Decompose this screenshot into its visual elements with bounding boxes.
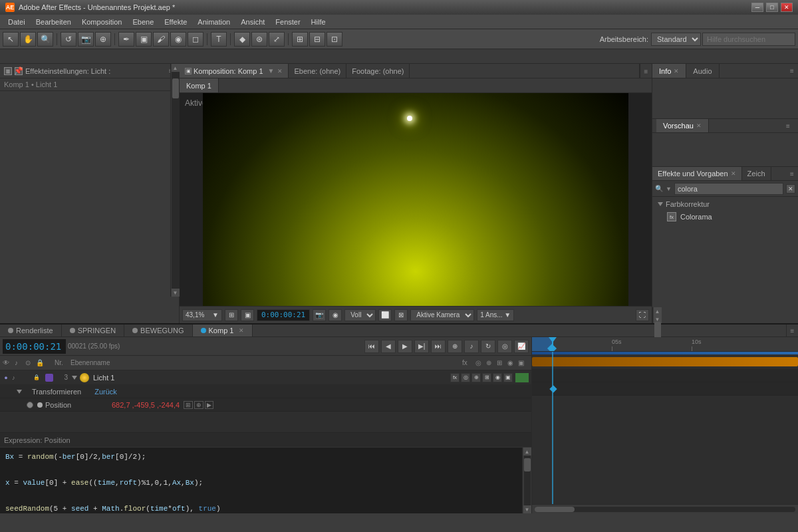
transform-return-btn[interactable]: Zurück [94,388,117,396]
next-frame-button[interactable]: ▶| [414,340,429,353]
shape-tool-button[interactable]: ◆ [234,32,250,47]
effects-scrollbar[interactable]: ▲ ▼ [652,307,662,323]
tab-renderliste[interactable]: Renderliste [0,325,62,336]
effects-scroll-up[interactable]: ▲ [654,307,662,315]
effects-search-input[interactable] [674,183,783,195]
menu-ansicht[interactable]: Ansicht [235,17,270,27]
ep-options-icon[interactable]: ≡ [786,167,798,180]
position-btn2[interactable]: ⊕ [194,401,203,409]
menu-bearbeiten[interactable]: Bearbeiten [31,17,76,27]
close-button[interactable]: ✕ [781,3,793,12]
layer-blend-btn[interactable]: ⊞ [482,373,491,382]
tab-audio[interactable]: Audio [686,64,719,78]
scroll-down-arrow[interactable] [172,289,180,297]
komp1-sub-tab[interactable]: Komp 1 [180,78,219,92]
go-start-button[interactable]: ⏮ [364,340,379,353]
select-tool-button[interactable]: ↖ [3,32,19,47]
comp-close-icon[interactable]: ▼ [268,67,275,74]
effects-search-clear[interactable]: ✕ [786,184,795,194]
tl-options-icon[interactable]: ≡ [786,325,798,336]
scroll-thumb[interactable] [172,78,179,98]
pen-tool-button[interactable]: ✒ [118,32,134,47]
viewer-tab-komposition[interactable]: ▣ Komposition: Komp 1 ▼ ✕ [180,64,289,78]
snap-btn[interactable]: ⊞ [292,32,308,47]
eraser-tool-button[interactable]: ◻ [188,32,203,47]
scroll-up-arrow[interactable] [172,64,180,72]
mask-tool-button[interactable]: ▣ [136,32,152,47]
menu-effekte[interactable]: Effekte [159,17,192,27]
title-bar-controls[interactable]: ─ □ ✕ [751,3,793,12]
comp-x-icon[interactable]: ✕ [277,68,283,74]
left-panel-scrollbar[interactable] [170,64,180,297]
viewer-tab-footage[interactable]: Footage: (ohne) [346,64,410,78]
preview-tab-x[interactable]: ✕ [696,122,702,129]
expression-editor[interactable]: Bx = random(-ber[0]/2,ber[0]/2); x = val… [0,448,522,513]
transform-expand-icon[interactable] [13,390,25,394]
text-tool-button[interactable]: T [211,32,227,47]
rotate-tool-button[interactable]: ↺ [61,32,76,47]
menu-fenster[interactable]: Fenster [270,17,305,27]
fit-to-frame-button[interactable]: ⊞ [225,309,238,321]
prev-frame-button[interactable]: ◀ [381,340,396,353]
layer-adjust-btn[interactable]: ⊕ [471,373,481,382]
camera-select[interactable]: Aktive Kamera [410,309,474,321]
camera-tool-button[interactable]: 📷 [78,32,94,47]
tab-zeichnen[interactable]: Zeich [742,167,771,180]
menu-hilfe[interactable]: Hilfe [306,17,331,27]
layer-eye-licht1[interactable]: ● [0,374,12,381]
stamp-tool-button[interactable]: ◉ [170,32,186,47]
colorama-effect-item[interactable]: fx Colorama [654,210,797,223]
views-select[interactable]: 1 Ans... ▼ [477,309,514,321]
help-search-input[interactable] [702,33,795,46]
tab-effekte-vorgaben[interactable]: Effekte und Vorgaben ✕ [652,167,742,180]
orbit-tool-button[interactable]: ⊕ [95,32,111,47]
menu-animation[interactable]: Animation [192,17,235,27]
info-tab-x[interactable]: ✕ [674,68,679,74]
layer-expand-icon-licht1[interactable] [70,374,78,382]
panel-pin-icon[interactable]: 📌 [15,67,23,75]
expr-scroll-thumb[interactable] [524,458,531,471]
toggle-b-button[interactable]: ⊠ [394,309,408,321]
motion-blur-button[interactable]: ◎ [497,340,512,353]
effekte-tab-x[interactable]: ✕ [731,170,736,177]
panel-menu-icon[interactable]: ≡ [4,67,12,75]
komp1-close-icon[interactable]: ✕ [239,327,244,334]
hand-tool-button[interactable]: ✋ [20,32,36,47]
position-stopwatch-icon[interactable] [27,402,33,408]
layer-qual-btn[interactable]: ◉ [493,373,502,382]
grid-btn[interactable]: ⊡ [327,32,342,47]
layer-lock-licht1[interactable]: 🔒 [33,374,44,380]
search-expand-icon[interactable]: ▼ [666,186,672,192]
maximize-button[interactable]: □ [766,3,778,12]
ram-preview-button[interactable]: ⊕ [448,340,462,353]
tl-scrollbar-thumb[interactable] [535,507,575,512]
safe-zones-button[interactable]: ▣ [241,309,254,321]
minimize-button[interactable]: ─ [751,3,763,12]
layer-blur-btn[interactable]: ◎ [461,373,470,382]
viewer-tab-ebene[interactable]: Ebene: (ohne) [289,64,346,78]
snapshot-button[interactable]: 📷 [313,309,326,321]
tab-springen[interactable]: SPRINGEN [62,325,124,336]
rp-options-icon[interactable]: ≡ [786,64,798,78]
layer-collapse-btn[interactable]: ▣ [503,373,513,382]
tab-bewegung[interactable]: BEWEGUNG [124,325,192,336]
guides-btn[interactable]: ⊟ [309,32,325,47]
viewer-options-icon[interactable]: ≡ [640,64,652,78]
menu-komposition[interactable]: Komposition [76,17,128,27]
keyframe-diamond[interactable] [549,386,557,393]
timeline-timecode[interactable]: 0:00:00:21 [3,339,66,354]
position-btn1[interactable]: ⊞ [184,401,193,409]
preview-options-icon[interactable]: ≡ [782,119,794,132]
loop-button[interactable]: ↻ [481,340,495,353]
playhead[interactable] [552,337,553,351]
fullscreen-button[interactable]: ⛶ [636,309,649,321]
puppet-tool-button[interactable]: ⊛ [251,32,267,47]
position-value[interactable]: 682,7 ,-459,5 ,-244,4 [112,401,180,409]
toggle-a-button[interactable]: ⬜ [378,309,392,321]
tab-info[interactable]: Info ✕ [652,64,686,78]
magnification-select[interactable]: 43,1% ▼ [182,309,222,321]
farbkorrektur-category[interactable]: Farbkorrektur [654,198,797,210]
expr-scroll-down-btn[interactable]: ▼ [523,505,531,513]
expr-scrollbar[interactable]: ▲ ▼ [522,448,531,513]
menu-ebene[interactable]: Ebene [127,17,159,27]
